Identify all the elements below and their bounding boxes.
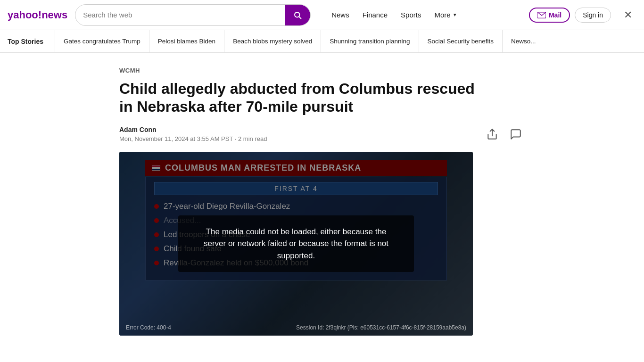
comment-button[interactable] xyxy=(507,125,525,143)
article-date: Mon, November 11, 2024 at 3:55 AM PST · … xyxy=(119,135,267,142)
story-links: Gates congratulates Trump Pelosi blames … xyxy=(55,30,545,53)
nav-news[interactable]: News xyxy=(326,7,355,23)
story-link-social[interactable]: Social Security benefits xyxy=(419,30,502,53)
site-header: yahoo!news News Finance Sports More ▾ xyxy=(0,0,644,30)
search-icon xyxy=(293,11,302,19)
signin-button[interactable]: Sign in xyxy=(575,8,611,23)
close-button[interactable]: ✕ xyxy=(619,7,636,24)
error-code: Error Code: 400-4 xyxy=(126,324,171,331)
search-button[interactable] xyxy=(285,5,310,25)
article-author: Adam Conn xyxy=(119,126,267,133)
comment-icon xyxy=(510,128,522,140)
media-player[interactable]: COLUMBUS MAN ARRESTED IN NEBRASKA FIRST … xyxy=(119,152,473,336)
article-meta: Adam Conn Mon, November 11, 2024 at 3:55… xyxy=(119,125,525,143)
svg-line-1 xyxy=(299,16,301,18)
story-link-shunning[interactable]: Shunning transition planning xyxy=(321,30,418,53)
nav-sports[interactable]: Sports xyxy=(395,7,427,23)
header-actions: Mail Sign in ✕ xyxy=(529,7,636,24)
mail-label: Mail xyxy=(549,11,561,19)
close-icon: ✕ xyxy=(624,9,632,21)
mail-icon xyxy=(537,12,546,18)
article-author-section: Adam Conn Mon, November 11, 2024 at 3:55… xyxy=(119,126,267,142)
story-link-gates[interactable]: Gates congratulates Trump xyxy=(55,30,149,53)
media-error-message: The media could not be loaded, either be… xyxy=(178,215,414,272)
yahoo-news-logo[interactable]: yahoo!news xyxy=(8,9,67,21)
media-error-overlay: The media could not be loaded, either be… xyxy=(119,152,473,336)
chevron-down-icon: ▾ xyxy=(454,12,456,18)
session-id: Session Id: 2f3qlnkr (Pls: e60531cc-6157… xyxy=(296,324,466,331)
search-input[interactable] xyxy=(75,6,285,24)
top-stories-label: Top Stories xyxy=(8,38,43,45)
share-button[interactable] xyxy=(483,125,501,143)
top-stories-bar: Top Stories Gates congratulates Trump Pe… xyxy=(0,30,644,53)
article-actions xyxy=(483,125,525,143)
search-bar xyxy=(75,4,311,26)
main-nav: News Finance Sports More ▾ xyxy=(326,7,462,23)
story-link-beach[interactable]: Beach blobs mystery solved xyxy=(224,30,321,53)
nav-more[interactable]: More ▾ xyxy=(429,7,462,23)
article-source: WCMH xyxy=(119,67,525,74)
mail-button[interactable]: Mail xyxy=(529,8,570,23)
logo-text: yahoo!news xyxy=(8,9,67,21)
article-title: Child allegedly abducted from Columbus r… xyxy=(119,80,478,116)
story-link-pelosi[interactable]: Pelosi blames Biden xyxy=(149,30,224,53)
media-error-codes: Error Code: 400-4 Session Id: 2f3qlnkr (… xyxy=(119,324,473,331)
nav-finance[interactable]: Finance xyxy=(357,7,393,23)
article-container: WCMH Child allegedly abducted from Colum… xyxy=(110,53,534,336)
share-icon xyxy=(486,128,498,140)
story-link-newso[interactable]: Newso... xyxy=(502,30,545,53)
